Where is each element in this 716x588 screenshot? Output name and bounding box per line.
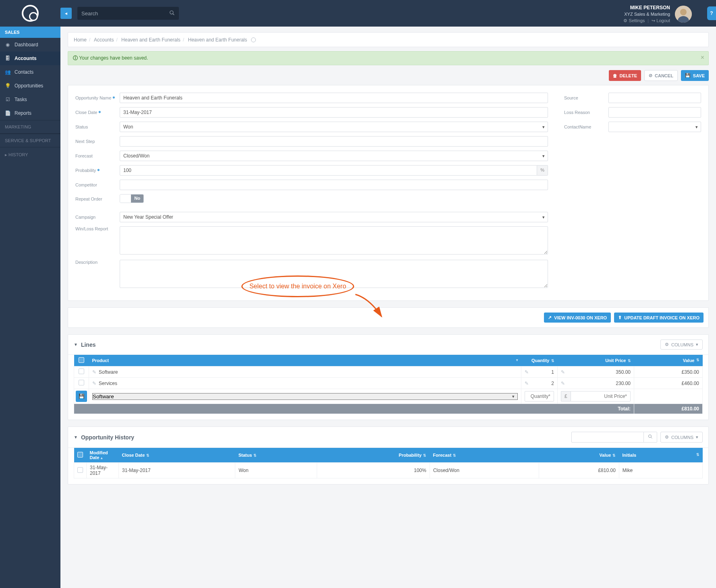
search-input[interactable] <box>77 7 179 20</box>
sidebar-history[interactable]: ▸ HISTORY <box>0 147 60 162</box>
sort-icon[interactable]: ⇅ <box>253 453 257 458</box>
sort-icon[interactable]: ▾ <box>516 358 518 362</box>
gear-icon: ⚙ <box>665 435 669 440</box>
lines-toggle[interactable]: ▼Lines <box>74 342 95 348</box>
row-checkbox[interactable] <box>79 369 84 374</box>
main-content: Home/ Accounts/ Heaven and Earth Funeral… <box>60 27 716 588</box>
pencil-icon[interactable]: ✎ <box>561 381 565 386</box>
sort-icon[interactable]: ⇅ <box>423 453 426 458</box>
breadcrumb-current: Heaven and Earth Funerals <box>188 37 247 43</box>
repeat-order-toggle[interactable]: No <box>120 194 144 203</box>
add-line-row: 💾 Software £ <box>74 389 703 404</box>
history-search-input[interactable] <box>571 432 644 443</box>
status-select[interactable]: Won <box>120 122 548 132</box>
ban-icon: ⊘ <box>649 73 652 78</box>
description-textarea[interactable] <box>120 260 548 288</box>
settings-link[interactable]: ⚙ Settings <box>623 18 645 23</box>
sidebar-item-accounts[interactable]: 🗄Accounts <box>0 52 60 65</box>
top-bar: ◂ MIKE PETERSON XYZ Sales & Marketing ⚙ … <box>0 0 716 27</box>
cancel-button[interactable]: ⊘CANCEL <box>644 70 678 81</box>
add-unit-price-input[interactable] <box>571 391 631 402</box>
contact-name-select[interactable] <box>608 122 701 132</box>
close-date-input[interactable] <box>120 107 548 118</box>
opportunity-name-input[interactable] <box>120 93 548 103</box>
row-checkbox[interactable] <box>77 467 83 473</box>
sort-icon[interactable]: ⇅ <box>696 453 699 457</box>
user-area: MIKE PETERSON XYZ Sales & Marketing ⚙ Se… <box>623 5 692 23</box>
sidebar-item-contacts[interactable]: 👥Contacts <box>0 65 60 79</box>
sort-icon[interactable]: ⇅ <box>551 359 554 363</box>
pencil-icon[interactable]: ✎ <box>92 369 96 375</box>
breadcrumb-accounts[interactable]: Accounts <box>94 37 114 43</box>
history-toggle[interactable]: ▼Opportunity History <box>74 434 134 441</box>
history-columns-button[interactable]: ⚙COLUMNS ▾ <box>660 432 703 443</box>
sidebar-section-sales[interactable]: SALES <box>0 27 60 38</box>
add-product-select[interactable]: Software <box>92 393 518 400</box>
svg-point-0 <box>170 11 173 14</box>
report-icon: 📄 <box>5 110 10 116</box>
sidebar-collapse-button[interactable]: ◂ <box>60 8 72 19</box>
upload-icon: ⬆ <box>618 315 622 320</box>
breadcrumb-parent[interactable]: Heaven and Earth Funerals <box>121 37 181 43</box>
sidebar-item-tasks[interactable]: ☑Tasks <box>0 93 60 106</box>
user-name: MIKE PETERSON <box>623 5 670 11</box>
search-icon[interactable] <box>169 10 175 17</box>
campaign-select[interactable]: New Year Special Offer <box>120 212 548 222</box>
action-buttons: 🗑DELETE ⊘CANCEL 💾SAVE <box>68 70 709 81</box>
currency-prefix: £ <box>561 391 571 402</box>
loss-reason-input[interactable] <box>608 107 701 118</box>
lines-section: ▼Lines ⚙COLUMNS ▾ Product▾ Quantity⇅ Uni… <box>68 334 709 420</box>
sidebar-section-marketing[interactable]: MARKETING <box>0 120 60 134</box>
update-draft-invoice-xero-button[interactable]: ⬆UPDATE DRAFT INVOICE ON XERO <box>614 313 704 323</box>
sidebar-item-dashboard[interactable]: ◉Dashboard <box>0 38 60 52</box>
pencil-icon[interactable]: ✎ <box>525 381 529 386</box>
next-step-input[interactable] <box>120 136 548 147</box>
sort-icon[interactable]: ⇅ <box>696 358 699 362</box>
add-line-button[interactable]: 💾 <box>76 391 87 402</box>
external-link-icon: ↗ <box>548 315 552 320</box>
gauge-icon: ◉ <box>5 42 10 48</box>
pencil-icon[interactable]: ✎ <box>92 381 96 386</box>
pencil-icon[interactable]: ✎ <box>561 369 565 375</box>
clock-icon <box>251 37 256 42</box>
chevron-down-icon: ▾ <box>696 342 698 347</box>
xero-actions-panel: ↗VIEW INV-0030 ON XERO ⬆UPDATE DRAFT INV… <box>68 307 709 328</box>
source-input[interactable] <box>608 93 701 103</box>
check-icon: ☑ <box>5 97 10 102</box>
breadcrumb-home[interactable]: Home <box>74 37 87 43</box>
sort-icon[interactable]: ⇅ <box>453 453 456 458</box>
row-checkbox[interactable] <box>79 380 84 385</box>
avatar[interactable] <box>675 6 692 23</box>
lines-columns-button[interactable]: ⚙COLUMNS ▾ <box>660 340 703 350</box>
users-icon: 👥 <box>5 69 10 75</box>
winloss-textarea[interactable] <box>120 226 548 255</box>
logo[interactable] <box>0 0 60 27</box>
help-button[interactable]: ? <box>707 6 716 20</box>
probability-input[interactable] <box>120 165 537 176</box>
alert-close-button[interactable]: × <box>701 54 704 61</box>
svg-line-1 <box>173 14 174 15</box>
delete-button[interactable]: 🗑DELETE <box>609 70 641 81</box>
select-all-checkbox[interactable] <box>79 357 84 363</box>
sidebar-item-reports[interactable]: 📄Reports <box>0 106 60 120</box>
sort-icon[interactable]: ⇅ <box>628 359 631 363</box>
svg-point-5 <box>648 435 651 438</box>
logout-link[interactable]: ↪ Logout <box>652 18 670 23</box>
sort-icon[interactable]: ⇅ <box>146 453 149 458</box>
sort-icon[interactable]: ⇅ <box>612 453 616 458</box>
add-quantity-input[interactable] <box>525 391 554 402</box>
caret-down-icon: ▼ <box>74 435 78 439</box>
select-all-checkbox[interactable] <box>77 452 83 458</box>
history-search-button[interactable] <box>644 432 657 443</box>
sidebar-section-service[interactable]: SERVICE & SUPPORT <box>0 134 60 147</box>
sort-icon[interactable]: ▴ <box>101 456 103 460</box>
table-row: ✎Software ✎1 ✎350.00 £350.00 <box>74 366 703 378</box>
forecast-select[interactable]: Closed/Won <box>120 151 548 161</box>
competitor-input[interactable] <box>120 180 548 190</box>
view-invoice-xero-button[interactable]: ↗VIEW INV-0030 ON XERO <box>544 313 611 323</box>
pencil-icon[interactable]: ✎ <box>525 369 529 375</box>
total-row: Total: £810.00 <box>74 404 703 414</box>
save-button[interactable]: 💾SAVE <box>681 70 709 81</box>
sidebar-item-opportunities[interactable]: 💡Opportunities <box>0 79 60 93</box>
trash-icon: 🗑 <box>613 73 617 78</box>
